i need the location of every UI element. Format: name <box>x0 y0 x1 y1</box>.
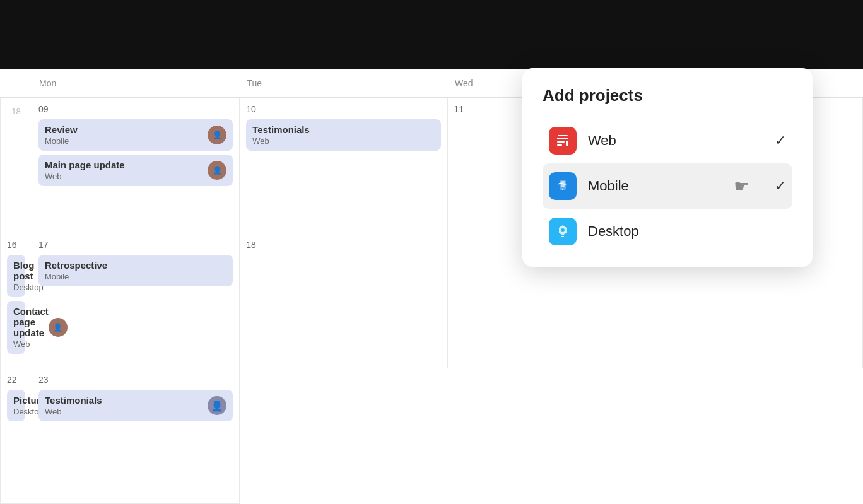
date-num: 22 <box>7 375 25 385</box>
event-title: Main page update <box>45 160 125 170</box>
event-title: Review <box>45 124 78 135</box>
event-contact-page-web[interactable]: Contact page update Web 👤 <box>7 301 25 354</box>
event-retrospective-mobile[interactable]: Retrospective Mobile <box>38 255 233 286</box>
event-title: Testimonials <box>45 395 102 406</box>
event-info: Retrospective Mobile <box>45 260 107 281</box>
dropdown-item-label-mobile: Mobile <box>588 178 734 194</box>
event-blog-post-desktop[interactable]: Blog post Desktop <box>7 255 25 297</box>
mobile-icon <box>549 172 577 200</box>
day-cell-tue-10: 10 Testimonials Web <box>240 98 447 233</box>
event-title: Testimonials <box>252 124 310 135</box>
dropdown-item-label-web: Web <box>588 132 775 149</box>
svg-rect-0 <box>557 138 568 139</box>
week-num-18: 18 <box>1 98 32 233</box>
event-review-mobile[interactable]: Review Mobile 👤 <box>38 119 233 151</box>
event-pictures-desktop[interactable]: Pictures Desktop <box>7 390 25 421</box>
date-num: 10 <box>246 104 440 114</box>
week-num-spacer <box>0 74 32 92</box>
event-info: Review Mobile <box>45 124 78 146</box>
date-num: 09 <box>38 104 233 114</box>
day-cell-mon-16: 16 Blog post Desktop Contact page update… <box>1 233 32 369</box>
dropdown-item-desktop[interactable]: Desktop <box>543 209 792 254</box>
svg-point-6 <box>562 189 563 190</box>
add-projects-dropdown: Add projects Web ✓ Mobile ☛ ✓ <box>522 68 813 267</box>
dropdown-item-label-desktop: Desktop <box>588 223 786 240</box>
event-info: Testimonials Web <box>252 124 310 146</box>
web-icon <box>549 127 577 155</box>
event-sub: Web <box>252 136 310 146</box>
event-main-page-web[interactable]: Main page update Web 👤 <box>38 155 233 186</box>
svg-rect-3 <box>566 141 568 146</box>
avatar: 👤 <box>208 126 226 144</box>
top-bar <box>0 0 863 69</box>
check-icon-web: ✓ <box>775 132 786 149</box>
date-num: 17 <box>38 240 233 250</box>
event-sub: Mobile <box>45 272 107 281</box>
event-sub: Web <box>45 407 102 416</box>
day-header-tue: Tue <box>240 74 448 92</box>
avatar: 👤 <box>208 396 226 415</box>
day-cell-tue-22: 22 Pictures Desktop <box>1 368 32 504</box>
svg-rect-1 <box>557 141 565 143</box>
event-info: Main page update Web <box>45 160 125 181</box>
day-cell-mon-09: 09 Review Mobile 👤 Main page update Web … <box>32 98 240 233</box>
event-testimonials-web-tue[interactable]: Testimonials Web <box>246 119 440 151</box>
day-header-mon: Mon <box>32 74 240 92</box>
dropdown-title: Add projects <box>543 86 792 105</box>
event-sub: Mobile <box>45 136 78 146</box>
desktop-icon <box>549 218 577 245</box>
day-cell-tue-17: 17 Retrospective Mobile <box>32 233 240 369</box>
avatar: 👤 <box>208 161 226 180</box>
event-title: Retrospective <box>45 260 107 271</box>
day-cell-wed-23: 23 Testimonials Web 👤 <box>32 368 240 504</box>
check-icon-mobile: ✓ <box>775 178 786 194</box>
svg-rect-2 <box>557 144 562 146</box>
date-num: 23 <box>38 375 233 385</box>
event-testimonials-web-wed[interactable]: Testimonials Web 👤 <box>38 390 233 421</box>
dropdown-item-mobile[interactable]: Mobile ☛ ✓ <box>543 163 792 209</box>
svg-point-7 <box>561 228 565 232</box>
event-sub: Web <box>45 172 125 181</box>
event-info: Testimonials Web <box>45 395 102 416</box>
date-num: 16 <box>7 240 25 250</box>
dropdown-item-web[interactable]: Web ✓ <box>543 118 792 163</box>
day-cell-wed-18: 18 <box>240 233 447 369</box>
date-num: 18 <box>246 240 440 250</box>
